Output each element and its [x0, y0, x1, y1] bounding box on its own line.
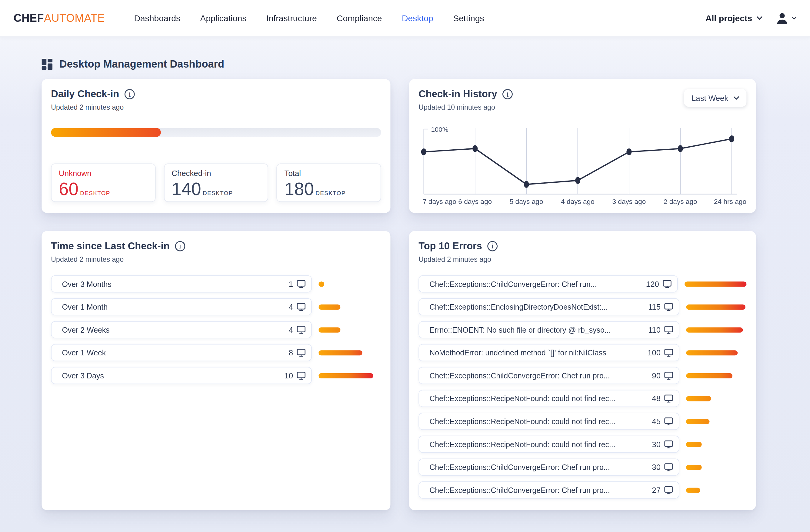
logo-automate: AUTOMATE — [44, 12, 105, 24]
chevron-down-icon — [792, 17, 796, 20]
daily-progress-fill — [51, 128, 161, 137]
top-error-row[interactable]: Chef::Exceptions::ChildConvergeError: Ch… — [419, 459, 679, 476]
svg-text:6 days ago: 6 days ago — [458, 198, 492, 205]
chef-automate-logo[interactable]: CHEFAUTOMATE — [14, 12, 105, 24]
row-label: Chef::Exceptions::ChildConvergeError: Ch… — [430, 280, 646, 288]
top-error-row[interactable]: Chef::Exceptions::RecipeNotFound: could … — [419, 413, 679, 430]
top-error-row[interactable]: Chef::Exceptions::ChildConvergeError: Ch… — [419, 367, 679, 384]
top-error-row[interactable]: Chef::Exceptions::RecipeNotFound: could … — [419, 436, 679, 453]
row-label: Chef::Exceptions::ChildConvergeError: Ch… — [430, 463, 652, 471]
projects-dropdown-label: All projects — [706, 13, 752, 23]
nav-infrastructure[interactable]: Infrastructure — [266, 13, 317, 23]
error-bar — [684, 281, 746, 287]
svg-text:100%: 100% — [431, 126, 448, 133]
row-count: 30 — [652, 440, 661, 449]
time-since-title: Time since Last Check-in — [51, 240, 169, 252]
row-count: 8 — [289, 348, 293, 357]
chart-data-point — [729, 135, 734, 142]
stat-value: 180 — [285, 180, 314, 198]
info-icon[interactable]: i — [124, 88, 135, 100]
checkin-history-card: Check-in History i Updated 10 minutes ag… — [409, 79, 756, 213]
svg-text:3 days ago: 3 days ago — [612, 198, 646, 205]
chart-data-point — [472, 145, 477, 152]
list-line: Chef::Exceptions::RecipeNotFound: could … — [419, 390, 746, 407]
time-since-row[interactable]: Over 3 Days10 — [51, 367, 312, 384]
list-line: Over 3 Days10 — [51, 367, 381, 384]
row-label: Chef::Exceptions::RecipeNotFound: could … — [430, 440, 652, 448]
top-errors-list: Chef::Exceptions::ChildConvergeError: Ch… — [419, 276, 746, 499]
list-line: Chef::Exceptions::RecipeNotFound: could … — [419, 436, 746, 453]
top-error-row[interactable]: Chef::Exceptions::EnclosingDirectoryDoes… — [419, 298, 679, 315]
svg-text:7 days ago: 7 days ago — [423, 198, 456, 205]
row-count: 48 — [652, 394, 661, 403]
svg-text:4 days ago: 4 days ago — [561, 198, 595, 205]
daily-checkin-card: Daily Check-in i Updated 2 minutes ago U… — [42, 79, 390, 213]
monitor-icon — [664, 417, 673, 425]
monitor-icon — [664, 348, 673, 356]
chart-data-point — [626, 148, 632, 155]
stat-value: 60 — [59, 180, 79, 198]
stat-unit: DESKTOP — [203, 190, 233, 196]
row-label: Chef::Exceptions::ChildConvergeError: Ch… — [430, 486, 652, 494]
time-since-updated: Updated 2 minutes ago — [51, 255, 381, 264]
nav-applications[interactable]: Applications — [200, 13, 247, 23]
svg-text:i: i — [506, 90, 508, 98]
info-icon[interactable]: i — [487, 240, 498, 252]
daily-checkin-title: Daily Check-in — [51, 88, 119, 100]
row-label: Over 1 Month — [62, 303, 289, 311]
top-error-row[interactable]: NoMethodError: undefined method `[]' for… — [419, 344, 679, 362]
chevron-down-icon — [756, 16, 763, 20]
time-since-row[interactable]: Over 1 Month4 — [51, 298, 312, 315]
app-root: CHEFAUTOMATE Dashboards Applications Inf… — [0, 0, 810, 532]
time-bar — [319, 327, 340, 332]
error-bar — [686, 327, 743, 332]
monitor-icon — [663, 280, 671, 288]
monitor-icon — [297, 303, 306, 311]
dashboard-grid-icon — [42, 59, 52, 70]
monitor-icon — [664, 463, 673, 471]
time-since-row[interactable]: Over 3 Months1 — [51, 276, 312, 293]
error-bar — [686, 396, 711, 401]
chart-data-point — [421, 148, 426, 155]
monitor-icon — [664, 303, 673, 311]
daily-checkin-updated: Updated 2 minutes ago — [51, 103, 381, 112]
page-title-row: Desktop Management Dashboard — [42, 36, 810, 70]
time-since-row[interactable]: Over 2 Weeks4 — [51, 321, 312, 338]
svg-text:i: i — [491, 242, 493, 250]
nav-desktop[interactable]: Desktop — [402, 13, 433, 23]
time-range-dropdown[interactable]: Last Week — [684, 89, 746, 107]
monitor-icon — [664, 326, 673, 334]
nav-compliance[interactable]: Compliance — [337, 13, 382, 23]
error-bar — [686, 373, 732, 378]
stat-total: Total 180 DESKTOP — [277, 163, 381, 202]
chart-data-point — [524, 181, 529, 187]
row-count: 45 — [652, 417, 661, 426]
nav-settings[interactable]: Settings — [453, 13, 484, 23]
nav-dashboards[interactable]: Dashboards — [134, 13, 180, 23]
list-line: Over 1 Month4 — [51, 298, 381, 315]
info-icon[interactable]: i — [502, 88, 513, 100]
top-error-row[interactable]: Chef::Exceptions::ChildConvergeError: Ch… — [419, 276, 678, 293]
row-label: Over 2 Weeks — [62, 326, 289, 334]
projects-dropdown[interactable]: All projects — [706, 13, 763, 23]
time-bar — [319, 373, 373, 378]
row-count: 120 — [646, 279, 659, 288]
list-line: Over 1 Week8 — [51, 344, 381, 362]
top-error-row[interactable]: Chef::Exceptions::ChildConvergeError: Ch… — [419, 481, 679, 499]
chevron-down-icon — [733, 96, 739, 100]
time-bar — [319, 350, 362, 355]
error-bar — [686, 419, 709, 424]
info-icon[interactable]: i — [174, 240, 186, 252]
monitor-icon — [664, 371, 673, 380]
top-error-row[interactable]: Errno::ENOENT: No such file or directory… — [419, 321, 679, 338]
daily-checkin-progress-track — [51, 128, 381, 137]
monitor-icon — [297, 326, 306, 334]
user-menu[interactable] — [775, 11, 796, 25]
stat-unit: DESKTOP — [80, 190, 110, 196]
stat-value: 140 — [172, 180, 201, 198]
time-since-row[interactable]: Over 1 Week8 — [51, 344, 312, 362]
page-title: Desktop Management Dashboard — [60, 58, 224, 70]
row-count: 30 — [652, 463, 661, 471]
top-error-row[interactable]: Chef::Exceptions::RecipeNotFound: could … — [419, 390, 679, 407]
row-count: 90 — [652, 371, 661, 380]
